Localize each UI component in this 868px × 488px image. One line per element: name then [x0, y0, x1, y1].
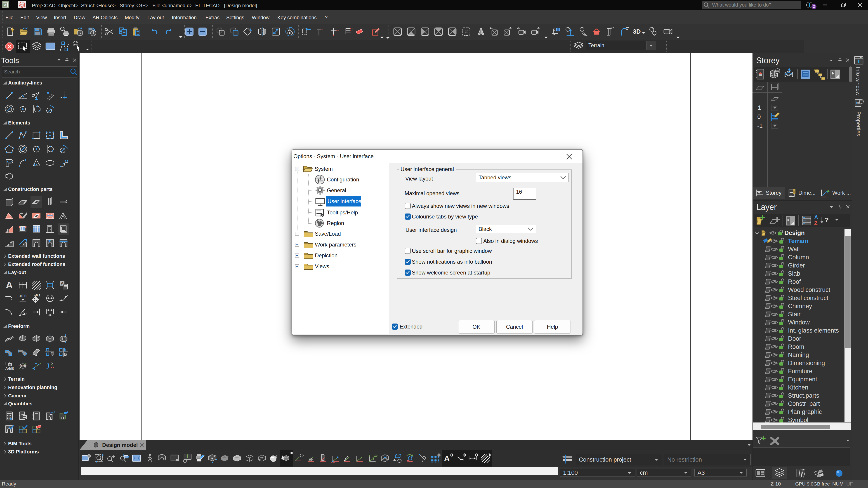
svg-text:A: A: [6, 280, 13, 290]
svg-text:+0.0: +0.0: [19, 294, 26, 298]
svg-text:Σ: Σ: [49, 239, 51, 244]
svg-text:A: A: [444, 454, 450, 462]
svg-text:A: A: [4, 3, 6, 7]
svg-text:n: n: [47, 91, 49, 95]
svg-text:m²: m²: [51, 411, 55, 415]
svg-text:+0.1: +0.1: [34, 293, 40, 297]
svg-text:A⊕B: A⊕B: [5, 366, 14, 371]
svg-text:m²: m²: [64, 411, 68, 415]
